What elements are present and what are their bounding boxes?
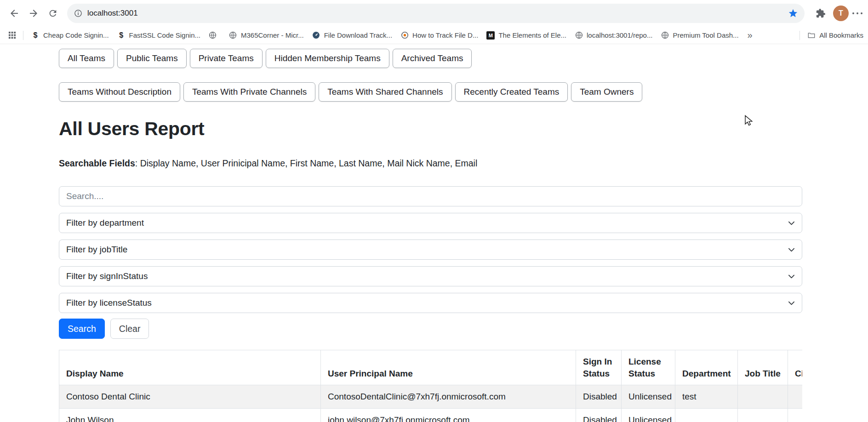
search-button[interactable]: Search — [59, 319, 105, 339]
profile-avatar[interactable]: T — [833, 6, 849, 21]
table-cell: Disabled — [576, 385, 622, 409]
table-cell: Unlicensed — [622, 385, 675, 409]
table-cell — [738, 408, 788, 422]
filter-jobtitle-label: Filter by jobTitle — [66, 245, 127, 255]
tab-public-teams[interactable]: Public Teams — [117, 49, 187, 68]
bookmark-item-how-to-track[interactable]: How to Track File D... — [396, 29, 482, 41]
browser-window: localhost:3001 T $ Cheap Code Signin... … — [0, 0, 868, 422]
forward-icon[interactable] — [24, 4, 43, 23]
table-cell: Unlicensed — [622, 408, 675, 422]
bookmark-star-icon[interactable] — [788, 8, 798, 18]
back-icon[interactable] — [5, 4, 24, 23]
searchable-fields-label: Searchable Fields — [59, 158, 135, 168]
table-cell: test — [675, 385, 738, 409]
column-header-user-principal-name: User Principal Name — [321, 350, 576, 385]
medium-icon: M — [486, 31, 495, 40]
column-header-display-name: Display Name — [59, 350, 321, 385]
bookmark-item-m365corner[interactable]: M365Corner - Micr... — [225, 29, 308, 41]
tab-private-teams[interactable]: Private Teams — [190, 49, 263, 68]
tab-teams-without-description[interactable]: Teams Without Description — [59, 82, 180, 102]
chevron-down-icon — [788, 273, 795, 280]
table-cell — [675, 408, 738, 422]
action-buttons: Search Clear — [59, 319, 802, 339]
table-cell: Disabled — [576, 408, 622, 422]
users-table: Display Name User Principal Name Sign In… — [59, 350, 802, 422]
bookmark-item-localhost-repo[interactable]: localhost:3001/repo... — [571, 29, 657, 41]
globe-icon — [209, 31, 217, 40]
table-cell: john.wilson@7xh7fj.onmicrosoft.com — [321, 408, 576, 422]
chevron-down-icon — [788, 300, 795, 307]
tab-teams-with-private-channels[interactable]: Teams With Private Channels — [183, 82, 315, 102]
tab-hidden-membership-teams[interactable]: Hidden Membership Teams — [266, 49, 389, 68]
all-bookmarks-button[interactable]: All Bookmarks — [796, 31, 863, 40]
tab-team-owners[interactable]: Team Owners — [571, 82, 642, 102]
column-header-job-title: Job Title — [738, 350, 788, 385]
dollar-icon: $ — [117, 31, 126, 40]
filter-licensestatus-label: Filter by licenseStatus — [66, 298, 152, 308]
refresh-icon[interactable] — [43, 4, 63, 23]
globe-icon — [229, 31, 237, 40]
column-header-license-status: License Status — [622, 350, 675, 385]
column-header-sign-in-status: Sign In Status — [576, 350, 622, 385]
search-input[interactable] — [59, 186, 802, 206]
table-cell: ContosoDentalClinic@7xh7fj.onmicrosoft.c… — [321, 385, 576, 409]
bookmark-item-file-download[interactable]: File Download Track... — [308, 29, 396, 41]
chevron-down-icon — [788, 246, 795, 253]
team-tabs-row-1: All Teams Public Teams Private Teams Hid… — [59, 49, 802, 68]
page-content: All Teams Public Teams Private Teams Hid… — [0, 44, 802, 422]
team-tabs-row-2: Teams Without Description Teams With Pri… — [59, 82, 802, 102]
tab-recently-created-teams[interactable]: Recently Created Teams — [455, 82, 568, 102]
bookmark-item-cheap-code[interactable]: $ Cheap Code Signin... — [27, 29, 113, 41]
bookmarks-separator — [799, 31, 800, 40]
gauge-icon — [312, 31, 320, 40]
bookmarks-separator — [23, 31, 23, 40]
tab-all-teams[interactable]: All Teams — [59, 49, 114, 68]
bookmarks-overflow-icon[interactable]: » — [743, 30, 757, 40]
filter-jobtitle-select[interactable]: Filter by jobTitle — [59, 240, 802, 260]
searchable-fields-text: Searchable Fields: Display Name, User Pr… — [59, 158, 802, 169]
apps-grid-icon[interactable] — [5, 28, 19, 43]
table-cell — [788, 408, 803, 422]
globe-icon — [661, 31, 669, 40]
page-title: All Users Report — [59, 118, 802, 140]
filter-licensestatus-select[interactable]: Filter by licenseStatus — [59, 293, 802, 313]
column-header-city: City — [788, 350, 803, 385]
filter-department-select[interactable]: Filter by department — [59, 213, 802, 233]
bookmark-item-premium-tool[interactable]: Premium Tool Dash... — [657, 29, 742, 41]
table-cell — [788, 385, 803, 409]
url-text: localhost:3001 — [87, 9, 783, 18]
bookmark-item-elements[interactable]: M The Elements of Ele... — [482, 29, 571, 41]
table-cell: John Wilson — [59, 408, 321, 422]
browser-toolbar: localhost:3001 T — [0, 0, 868, 27]
table-row: John Wilson john.wilson@7xh7fj.onmicroso… — [59, 408, 803, 422]
tab-teams-with-shared-channels[interactable]: Teams With Shared Channels — [319, 82, 451, 102]
chevron-down-icon — [788, 220, 795, 227]
folder-icon — [807, 31, 816, 40]
table-cell — [738, 385, 788, 409]
table-row: Contoso Dental Clinic ContosoDentalClini… — [59, 385, 803, 409]
clear-button[interactable]: Clear — [110, 319, 149, 339]
globe-icon — [575, 31, 583, 40]
filter-department-label: Filter by department — [66, 218, 144, 228]
table-header-row: Display Name User Principal Name Sign In… — [59, 350, 803, 385]
bookmark-item-fastssl[interactable]: $ FastSSL Code Signin... — [113, 29, 205, 41]
bookmark-item-globe[interactable] — [205, 29, 225, 41]
filter-signinstatus-select[interactable]: Filter by signInStatus — [59, 266, 802, 286]
column-header-department: Department — [675, 350, 738, 385]
dollar-icon: $ — [31, 31, 40, 40]
bookmarks-bar: $ Cheap Code Signin... $ FastSSL Code Si… — [0, 27, 868, 44]
menu-kebab-icon[interactable] — [851, 4, 863, 23]
address-bar[interactable]: localhost:3001 — [67, 4, 805, 23]
searchable-fields-list: : Display Name, User Prinicipal Name, Fi… — [135, 158, 477, 168]
table-cell: Contoso Dental Clinic — [59, 385, 321, 409]
tab-archived-teams[interactable]: Archived Teams — [393, 49, 472, 68]
filter-signinstatus-label: Filter by signInStatus — [66, 271, 148, 281]
extensions-icon[interactable] — [811, 4, 830, 23]
site-info-icon[interactable] — [74, 9, 83, 18]
target-icon — [400, 31, 409, 40]
